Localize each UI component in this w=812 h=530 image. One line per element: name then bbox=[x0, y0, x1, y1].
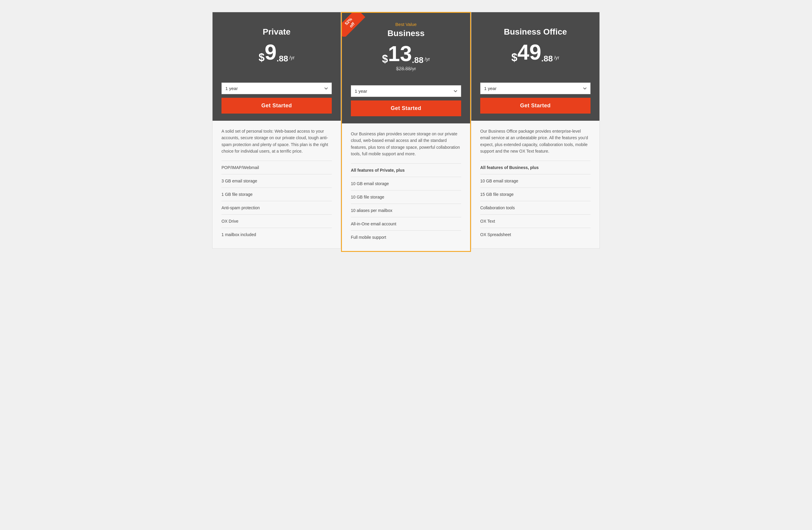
pricing-container: Private$9.88/yr1 year2 years3 yearsGet S… bbox=[212, 12, 600, 252]
plan-description: Our Business plan provides secure storag… bbox=[351, 131, 461, 164]
feature-item: 3 GB email storage bbox=[221, 174, 332, 188]
feature-item: Full mobile support bbox=[351, 231, 461, 244]
price-dollar-sign: $ bbox=[511, 52, 518, 63]
plan-body: Our Business Office package provides ent… bbox=[471, 121, 599, 248]
discount-badge: 52%off bbox=[342, 13, 366, 37]
plan-name: Business bbox=[388, 29, 425, 38]
price-main: 49 bbox=[518, 41, 541, 63]
feature-item: POP/IMAP/Webmail bbox=[221, 161, 332, 174]
price-period: /yr bbox=[425, 57, 430, 62]
feature-item: All features of Business, plus bbox=[480, 161, 591, 174]
price-cents: .88 bbox=[277, 55, 288, 63]
feature-item: 15 GB file storage bbox=[480, 188, 591, 201]
plan-body: Our Business plan provides secure storag… bbox=[342, 124, 470, 251]
price-row: $9.88/yr bbox=[259, 41, 295, 63]
price-period: /yr bbox=[554, 55, 560, 60]
plan-controls: 1 year2 years3 yearsGet Started bbox=[213, 78, 341, 121]
feature-item: 1 GB file storage bbox=[221, 188, 332, 201]
duration-select[interactable]: 1 year2 years3 years bbox=[480, 83, 591, 94]
plan-controls: 1 year2 years3 yearsGet Started bbox=[471, 78, 599, 121]
plan-header-business: 52%offBest ValueBusiness$13.88/yr$28.88/… bbox=[342, 13, 470, 81]
price-dollar-sign: $ bbox=[259, 52, 265, 63]
feature-item: OX Text bbox=[480, 215, 591, 228]
discount-badge-text: 52%off bbox=[342, 13, 365, 37]
feature-item: Collaboration tools bbox=[480, 201, 591, 215]
price-cents: .88 bbox=[412, 56, 424, 65]
feature-item: All-in-One email account bbox=[351, 217, 461, 231]
get-started-button[interactable]: Get Started bbox=[351, 100, 461, 116]
get-started-button[interactable]: Get Started bbox=[480, 98, 591, 114]
duration-select[interactable]: 1 year2 years3 years bbox=[221, 83, 332, 94]
feature-item: 1 mailbox included bbox=[221, 228, 332, 241]
plan-name: Business Office bbox=[504, 27, 567, 37]
price-row: $13.88/yr bbox=[382, 43, 430, 65]
plan-description: A solid set of personal tools: Web-based… bbox=[221, 128, 332, 161]
price-main: 13 bbox=[388, 43, 412, 65]
duration-select[interactable]: 1 year2 years3 years bbox=[351, 85, 461, 97]
plan-card-business-office: Business Office$49.88/yr1 year2 years3 y… bbox=[471, 12, 600, 248]
plan-card-private: Private$9.88/yr1 year2 years3 yearsGet S… bbox=[212, 12, 341, 248]
plan-header-business-office: Business Office$49.88/yr bbox=[471, 12, 599, 78]
feature-item: OX Drive bbox=[221, 215, 332, 228]
features-list: All features of Business, plus10 GB emai… bbox=[480, 161, 591, 241]
feature-item: 10 GB email storage bbox=[351, 177, 461, 190]
features-list: All features of Private, plus10 GB email… bbox=[351, 164, 461, 244]
price-period: /yr bbox=[289, 55, 295, 60]
plan-card-business: 52%offBest ValueBusiness$13.88/yr$28.88/… bbox=[341, 12, 471, 252]
plan-name: Private bbox=[263, 27, 290, 37]
plan-controls: 1 year2 years3 yearsGet Started bbox=[342, 81, 470, 124]
price-row: $49.88/yr bbox=[511, 41, 560, 63]
feature-item: OX Spreadsheet bbox=[480, 228, 591, 241]
plan-description: Our Business Office package provides ent… bbox=[480, 128, 591, 161]
plan-header-private: Private$9.88/yr bbox=[213, 12, 341, 78]
get-started-button[interactable]: Get Started bbox=[221, 98, 332, 114]
feature-item: All features of Private, plus bbox=[351, 164, 461, 177]
plan-body: A solid set of personal tools: Web-based… bbox=[213, 121, 341, 248]
feature-item: 10 aliases per mailbox bbox=[351, 204, 461, 217]
price-cents: .88 bbox=[541, 55, 553, 63]
price-main: 9 bbox=[265, 41, 277, 63]
feature-item: 10 GB email storage bbox=[480, 174, 591, 188]
features-list: POP/IMAP/Webmail3 GB email storage1 GB f… bbox=[221, 161, 332, 241]
feature-item: 10 GB file storage bbox=[351, 190, 461, 204]
feature-item: Anti-spam protection bbox=[221, 201, 332, 215]
price-original: $28.88/yr bbox=[396, 66, 416, 72]
best-value-label: Best Value bbox=[395, 22, 417, 27]
price-dollar-sign: $ bbox=[382, 54, 388, 65]
